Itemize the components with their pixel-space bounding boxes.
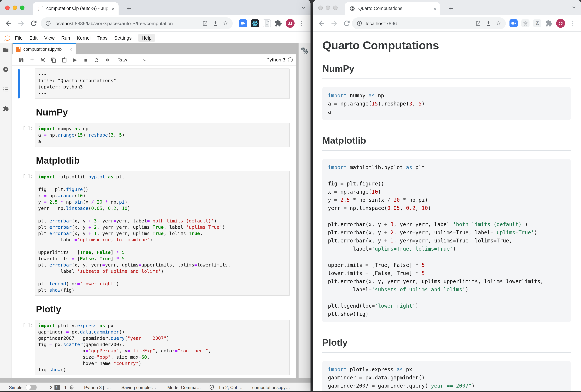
cell-editor[interactable]: import matplotlib.pyplot as plt fig = pl…	[35, 171, 290, 296]
back-button[interactable]	[318, 19, 326, 27]
menu-kernel[interactable]: Kernel	[73, 32, 94, 43]
running-kernels-icon[interactable]	[2, 66, 9, 73]
address-bar[interactable]: localhost:7896 ☆	[352, 17, 506, 29]
trust-shield-icon[interactable]	[209, 385, 215, 390]
menu-file[interactable]: File	[12, 32, 26, 43]
open-in-new-icon[interactable]	[475, 20, 481, 26]
menu-help[interactable]: Help	[138, 34, 155, 42]
menu-run[interactable]: Run	[58, 32, 74, 43]
jupyter-favicon-icon	[38, 5, 43, 11]
tab-close-icon[interactable]: ×	[433, 6, 436, 11]
menu-edit[interactable]: Edit	[26, 32, 41, 43]
raw-cell: ---title: "Quarto Computations"jupyter: …	[12, 68, 296, 99]
browser-menu-icon[interactable]: ⋮	[570, 20, 575, 27]
simple-mode-toggle[interactable]	[26, 385, 36, 390]
forward-button[interactable]	[17, 19, 25, 27]
kernel-status-text[interactable]: Python 3 | I…	[84, 385, 111, 390]
property-inspector-gears-icon[interactable]	[300, 46, 310, 55]
copy-cells-button[interactable]	[48, 57, 59, 63]
share-icon[interactable]	[486, 20, 491, 26]
terminal-icon[interactable]: $_	[55, 385, 60, 390]
markdown-cell-heading[interactable]: Plotly	[36, 304, 290, 315]
browser-menu-icon[interactable]: ⋮	[299, 20, 304, 27]
zoom-extension-icon[interactable]	[510, 19, 518, 27]
traffic-light-close-button[interactable]	[5, 5, 10, 10]
page-title: Quarto Computations	[322, 39, 570, 52]
forward-button[interactable]	[330, 19, 338, 27]
interrupt-kernel-button[interactable]: ■	[80, 57, 91, 63]
right-sidebar-strip	[298, 43, 310, 378]
profile-avatar[interactable]: JJ	[556, 19, 565, 28]
browser-window-quarto: Quarto Computations × + localhost:7896 ☆	[313, 0, 581, 391]
cell-editor[interactable]: ---title: "Quarto Computations"jupyter: …	[35, 68, 290, 99]
code-cell: [ ]:import plotly.express as pxgapminder…	[12, 320, 296, 375]
kernel-count[interactable]: 1	[64, 385, 67, 390]
markdown-cell-heading[interactable]: Matplotlib	[36, 155, 290, 166]
react-devtools-extension-icon[interactable]	[521, 19, 530, 27]
kernel-name[interactable]: Python 3	[266, 57, 285, 63]
tab-close-icon[interactable]: ×	[112, 6, 115, 11]
address-bar[interactable]: localhost:8889/lab/workspaces/auto-S/tre…	[41, 17, 233, 29]
browser-tab-jupyterlab[interactable]: computations.ip (auto-S) - Jup ×	[32, 2, 118, 15]
kernel-status-icon[interactable]	[288, 57, 293, 62]
extension-icons: JJ ⋮	[239, 19, 304, 28]
profile-avatar[interactable]: JJ	[286, 19, 294, 28]
react-devtools-extension-icon[interactable]	[251, 19, 259, 27]
traffic-light-minimize-button[interactable]	[12, 5, 17, 10]
traffic-light-close-button[interactable]	[318, 5, 323, 10]
bookmark-star-icon[interactable]: ☆	[496, 20, 501, 26]
notebook-tab[interactable]: computations.ipynb ×	[12, 43, 76, 54]
zoom-extension-icon[interactable]	[239, 19, 247, 27]
reload-button[interactable]	[30, 19, 38, 27]
reload-button[interactable]	[343, 19, 351, 27]
new-tab-button[interactable]: +	[446, 4, 456, 13]
section-heading: Matplotlib	[322, 135, 570, 151]
terminal-count[interactable]: 2	[50, 385, 52, 390]
traffic-light-minimize-button[interactable]	[326, 5, 330, 10]
new-tab-button[interactable]: +	[124, 4, 134, 13]
tab-strip: Quarto Computations × +	[313, 0, 581, 15]
tab-search-chevron-icon[interactable]	[301, 5, 306, 10]
extensions-puzzle-icon[interactable]	[545, 20, 552, 27]
markdown-cell-heading[interactable]: NumPy	[36, 107, 290, 118]
notebook-tab-close-icon[interactable]: ×	[70, 46, 72, 52]
notebook-cells: ---title: "Quarto Computations"jupyter: …	[12, 65, 296, 378]
insert-cell-button[interactable]: +	[27, 56, 38, 63]
paste-cells-button[interactable]	[59, 57, 70, 63]
extensions-puzzle-icon[interactable]	[274, 20, 282, 27]
traffic-light-zoom-button[interactable]	[333, 5, 338, 10]
open-in-new-icon[interactable]	[202, 20, 208, 26]
share-icon[interactable]	[212, 20, 218, 26]
browser-tab-quarto[interactable]: Quarto Computations ×	[344, 2, 440, 15]
quarto-document: Quarto Computations NumPyimport numpy as…	[313, 33, 581, 391]
z-extension-icon[interactable]: Z	[533, 19, 541, 27]
cut-cells-button[interactable]	[38, 57, 48, 63]
tab-search-chevron-icon[interactable]	[571, 5, 576, 10]
site-info-icon[interactable]	[45, 20, 51, 26]
menu-view[interactable]: View	[41, 32, 58, 43]
bookmark-star-icon[interactable]: ☆	[223, 20, 228, 26]
file-browser-icon[interactable]	[2, 47, 9, 53]
command-mode-status[interactable]: Mode: Comma…	[167, 385, 201, 390]
cell-editor[interactable]: import numpy as npa = np.arange(15).resh…	[35, 123, 290, 147]
document-extension-icon[interactable]	[263, 19, 271, 27]
url-host: localhost	[54, 20, 74, 26]
cell-type-chevron-icon[interactable]	[143, 58, 147, 62]
saving-status: Saving complet…	[121, 385, 156, 390]
site-info-icon[interactable]	[356, 20, 362, 26]
cursor-position[interactable]: Ln 2, Col …	[219, 385, 243, 390]
restart-run-all-button[interactable]	[102, 57, 113, 63]
cell-type-dropdown[interactable]: Raw	[118, 57, 127, 63]
extension-manager-icon[interactable]	[2, 106, 9, 112]
menu-settings[interactable]: Settings	[111, 32, 135, 43]
back-button[interactable]	[4, 19, 12, 27]
save-button[interactable]	[16, 57, 27, 63]
simple-mode-label: Simple	[9, 385, 22, 390]
kernel-chip-icon[interactable]	[69, 385, 74, 390]
cell-editor[interactable]: import plotly.express as pxgapminder = p…	[35, 320, 290, 375]
table-of-contents-icon[interactable]	[2, 86, 9, 93]
restart-kernel-button[interactable]	[91, 57, 102, 63]
traffic-light-zoom-button[interactable]	[20, 5, 24, 10]
menu-tabs[interactable]: Tabs	[94, 32, 111, 43]
run-cell-button[interactable]: ▶	[70, 57, 80, 63]
